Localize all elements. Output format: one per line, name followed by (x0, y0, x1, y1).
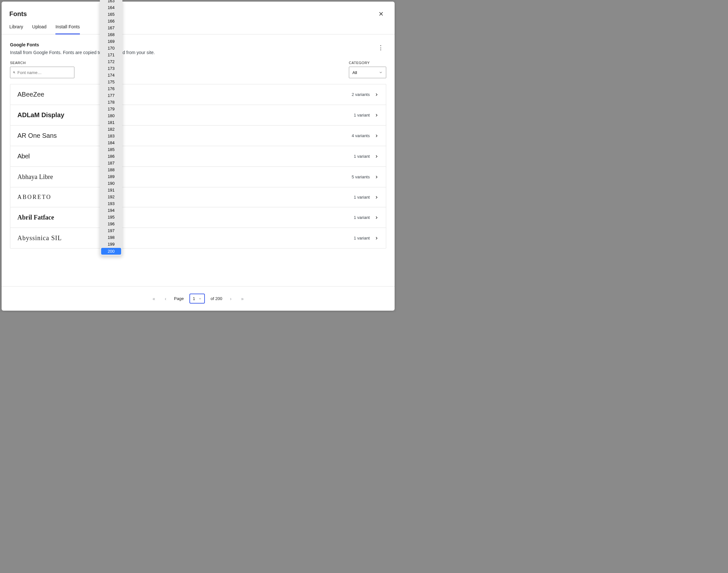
dropdown-item[interactable]: 198 (100, 234, 123, 241)
chevron-down-icon (379, 70, 383, 74)
dropdown-item[interactable]: 193 (100, 200, 123, 207)
close-button[interactable] (377, 9, 386, 18)
font-item[interactable]: Aboreto 1 variant (10, 187, 386, 207)
dropdown-item[interactable]: 166 (100, 18, 123, 24)
font-item[interactable]: AR One Sans 4 variants (10, 125, 386, 146)
font-meta: 2 variants (352, 92, 379, 97)
page-total: of 200 (211, 296, 222, 301)
dropdown-item[interactable]: 168 (100, 31, 123, 38)
font-meta: 1 variant (354, 113, 379, 117)
variant-count: 1 variant (354, 215, 370, 220)
font-name: ABeeZee (17, 91, 44, 98)
page-current: 1 (193, 296, 195, 301)
font-meta: 1 variant (354, 236, 379, 241)
chevron-down-icon (198, 297, 202, 300)
dropdown-item[interactable]: 180 (100, 112, 123, 119)
more-options-button[interactable]: ⋮ (375, 42, 386, 53)
font-item[interactable]: ADLaM Display 1 variant (10, 105, 386, 125)
font-meta: 4 variants (352, 133, 379, 138)
font-name: Aboreto (17, 194, 52, 201)
dropdown-item[interactable]: 165 (100, 11, 123, 18)
dropdown-item[interactable]: 197 (100, 227, 123, 234)
font-name: Abel (17, 153, 30, 160)
dropdown-item[interactable]: 189 (100, 173, 123, 180)
dropdown-item[interactable]: 170 (100, 45, 123, 52)
dropdown-item[interactable]: 164 (100, 4, 123, 11)
dropdown-item[interactable]: 182 (100, 126, 123, 133)
dropdown-item[interactable]: 185 (100, 146, 123, 153)
page-select[interactable]: 1 (189, 294, 204, 304)
category-value: All (352, 70, 357, 75)
dropdown-item[interactable]: 176 (100, 85, 123, 92)
font-name: Abril Fatface (17, 214, 54, 221)
search-input[interactable] (17, 70, 71, 75)
dropdown-item[interactable]: 175 (100, 79, 123, 85)
dropdown-item[interactable]: 184 (100, 139, 123, 146)
variant-count: 1 variant (354, 154, 370, 159)
last-page-button[interactable]: » (239, 295, 246, 303)
font-item[interactable]: Abel 1 variant (10, 146, 386, 167)
next-page-button[interactable]: › (228, 295, 234, 303)
chevron-right-icon (374, 195, 379, 200)
first-page-button[interactable]: « (151, 295, 157, 303)
tab-upload[interactable]: Upload (32, 24, 46, 35)
section-header: Google Fonts Install from Google Fonts. … (10, 42, 386, 55)
dropdown-item[interactable]: 163 (100, 0, 123, 4)
page-number-dropdown[interactable]: 1631641651661671681691701711721731741751… (100, 0, 123, 256)
category-label: CATEGORY (349, 61, 386, 65)
chevron-right-icon (374, 92, 379, 97)
variant-count: 4 variants (352, 133, 370, 138)
section-description: Install from Google Fonts. Fonts are cop… (10, 50, 155, 55)
dropdown-item[interactable]: 174 (100, 72, 123, 79)
svg-point-0 (13, 71, 14, 73)
close-icon (378, 11, 384, 17)
dropdown-item[interactable]: 169 (100, 38, 123, 45)
font-item[interactable]: Abhaya Libre 5 variants (10, 167, 386, 187)
tab-library[interactable]: Library (9, 24, 23, 35)
font-meta: 1 variant (354, 154, 379, 159)
dropdown-item[interactable]: 186 (100, 153, 123, 160)
chevron-right-icon (374, 134, 379, 138)
dropdown-item[interactable]: 167 (100, 24, 123, 31)
dropdown-item[interactable]: 192 (100, 194, 123, 200)
font-item[interactable]: Abril Fatface 1 variant (10, 207, 386, 228)
category-select[interactable]: All (349, 67, 386, 78)
dropdown-item[interactable]: 179 (100, 106, 123, 112)
prev-page-button[interactable]: ‹ (163, 295, 168, 303)
controls-row: SEARCH CATEGORY All (10, 61, 386, 78)
font-name: ADLaM Display (17, 111, 64, 119)
dropdown-item[interactable]: 199 (100, 241, 123, 248)
search-input-wrapper[interactable] (10, 67, 75, 78)
dropdown-item[interactable]: 191 (100, 187, 123, 194)
variant-count: 1 variant (354, 113, 370, 117)
search-group: SEARCH (10, 61, 75, 78)
dropdown-item[interactable]: 194 (100, 207, 123, 214)
variant-count: 5 variants (352, 174, 370, 179)
dropdown-item[interactable]: 172 (100, 58, 123, 65)
dropdown-item-selected[interactable]: 200 (101, 248, 121, 255)
font-name: Abhaya Libre (17, 173, 53, 180)
dropdown-item[interactable]: 178 (100, 99, 123, 106)
variant-count: 2 variants (352, 92, 370, 97)
dropdown-item[interactable]: 196 (100, 220, 123, 227)
modal-header: Fonts (2, 2, 395, 18)
dropdown-item[interactable]: 177 (100, 92, 123, 99)
chevron-right-icon (374, 215, 379, 220)
search-icon (13, 69, 15, 75)
font-item[interactable]: ABeeZee 2 variants (10, 84, 386, 105)
dropdown-item[interactable]: 171 (100, 52, 123, 58)
dropdown-item[interactable]: 187 (100, 160, 123, 166)
dropdown-item[interactable]: 183 (100, 133, 123, 139)
dropdown-item[interactable]: 188 (100, 166, 123, 173)
dropdown-item[interactable]: 190 (100, 180, 123, 187)
tab-install-fonts[interactable]: Install Fonts (55, 24, 80, 35)
font-meta: 1 variant (354, 195, 379, 200)
dropdown-item[interactable]: 195 (100, 214, 123, 220)
fonts-modal: Fonts Library Upload Install Fonts Googl… (2, 2, 395, 311)
dropdown-item[interactable]: 181 (100, 119, 123, 126)
dropdown-item[interactable]: 173 (100, 65, 123, 72)
section-title: Google Fonts (10, 42, 155, 47)
tabs: Library Upload Install Fonts (2, 18, 395, 35)
font-item[interactable]: Abyssinica SIL 1 variant (10, 228, 386, 248)
chevron-right-icon (374, 113, 379, 117)
